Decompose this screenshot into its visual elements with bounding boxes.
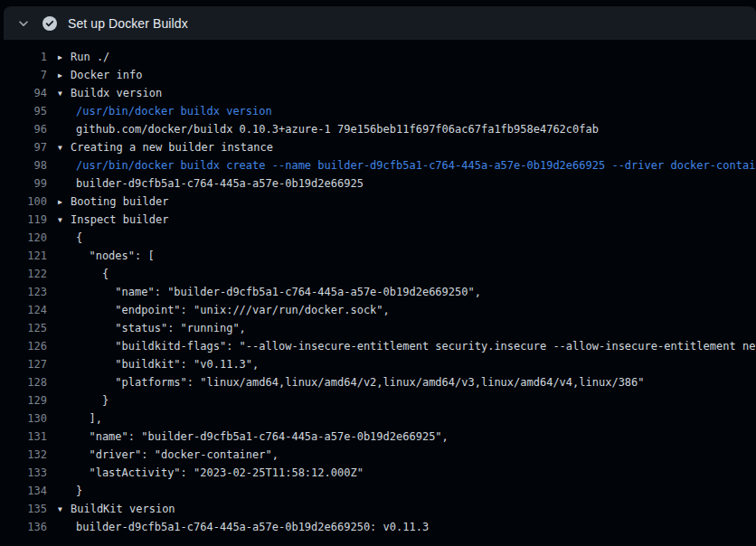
log-line-96: 96github.com/docker/buildx 0.10.3+azure-… xyxy=(0,120,756,138)
log-output-text: "status": "running", xyxy=(47,319,756,337)
log-line-7: 7▶Docker info xyxy=(0,66,756,84)
log-line-126: 126 "buildkitd-flags": "--allow-insecure… xyxy=(0,337,756,355)
line-number[interactable]: 136 xyxy=(0,518,47,536)
log-output-text: } xyxy=(47,391,756,410)
log-line-134: 134} xyxy=(0,482,756,500)
log-output-text: "driver": "docker-container", xyxy=(47,446,756,464)
log-line-97: 97▼Creating a new builder instance xyxy=(0,138,756,156)
triangle-down-icon[interactable]: ▼ xyxy=(58,139,71,156)
log-line-120: 120{ xyxy=(0,229,756,247)
line-number[interactable]: 1 xyxy=(0,48,47,66)
log-output-text: "platforms": "linux/amd64,linux/amd64/v2… xyxy=(47,373,756,391)
log-group-header[interactable]: ▼BuildKit version xyxy=(47,500,756,518)
log-output-text: "name": "builder-d9cfb5a1-c764-445a-a57e… xyxy=(47,283,756,301)
log-output-text: "lastActivity": "2023-02-25T11:58:12.000… xyxy=(47,464,756,482)
line-number[interactable]: 124 xyxy=(0,301,47,319)
log-line-100: 100▶Booting builder xyxy=(0,193,756,211)
log-output-text: "nodes": [ xyxy=(47,247,756,265)
log-line-131: 131 "name": "builder-d9cfb5a1-c764-445a-… xyxy=(0,428,756,446)
group-title: Docker info xyxy=(71,69,142,81)
log-output-text: "endpoint": "unix:///var/run/docker.sock… xyxy=(47,301,756,319)
line-number[interactable]: 128 xyxy=(0,373,47,391)
triangle-down-icon[interactable]: ▼ xyxy=(58,85,71,102)
triangle-right-icon[interactable]: ▶ xyxy=(58,49,71,66)
log-line-94: 94▼Buildx version xyxy=(0,84,756,102)
line-number[interactable]: 129 xyxy=(0,391,47,410)
log-line-125: 125 "status": "running", xyxy=(0,319,756,337)
log-line-99: 99builder-d9cfb5a1-c764-445a-a57e-0b19d2… xyxy=(0,174,756,193)
log-line-129: 129 } xyxy=(0,391,756,410)
log-output-text: ], xyxy=(47,410,756,428)
line-number[interactable]: 127 xyxy=(0,355,47,373)
log-line-95: 95/usr/bin/docker buildx version xyxy=(0,102,756,120)
step-header[interactable]: Set up Docker Buildx xyxy=(4,6,756,40)
log-line-123: 123 "name": "builder-d9cfb5a1-c764-445a-… xyxy=(0,283,756,301)
log-group-header[interactable]: ▼Inspect builder xyxy=(47,211,756,229)
line-number[interactable]: 131 xyxy=(0,428,47,446)
line-number[interactable]: 126 xyxy=(0,337,47,355)
line-number[interactable]: 97 xyxy=(0,138,47,156)
log-line-135: 135▼BuildKit version xyxy=(0,500,756,518)
group-title: Run ./ xyxy=(71,51,109,63)
log-output-text: builder-d9cfb5a1-c764-445a-a57e-0b19d2e6… xyxy=(47,518,756,536)
log-line-98: 98/usr/bin/docker buildx create --name b… xyxy=(0,156,756,174)
group-title: Buildx version xyxy=(71,87,162,99)
line-number[interactable]: 133 xyxy=(0,464,47,482)
line-number[interactable]: 99 xyxy=(0,174,47,193)
triangle-right-icon[interactable]: ▶ xyxy=(58,67,71,84)
log-line-132: 132 "driver": "docker-container", xyxy=(0,446,756,464)
line-number[interactable]: 122 xyxy=(0,265,47,283)
line-number[interactable]: 121 xyxy=(0,247,47,265)
line-number[interactable]: 130 xyxy=(0,410,47,428)
line-number[interactable]: 95 xyxy=(0,102,47,120)
log-output-text: github.com/docker/buildx 0.10.3+azure-1 … xyxy=(47,120,756,138)
log-line-124: 124 "endpoint": "unix:///var/run/docker.… xyxy=(0,301,756,319)
triangle-down-icon[interactable]: ▼ xyxy=(58,501,71,518)
line-number[interactable]: 100 xyxy=(0,193,47,211)
group-title: Creating a new builder instance xyxy=(71,141,273,154)
line-number[interactable]: 135 xyxy=(0,500,47,518)
log-line-136: 136builder-d9cfb5a1-c764-445a-a57e-0b19d… xyxy=(0,518,756,536)
log-line-127: 127 "buildkit": "v0.11.3", xyxy=(0,355,756,373)
log-line-122: 122 { xyxy=(0,265,756,283)
triangle-right-icon[interactable]: ▶ xyxy=(58,193,71,211)
log-group-header[interactable]: ▶Booting builder xyxy=(47,193,756,211)
log-output-text: { xyxy=(47,229,756,247)
line-number[interactable]: 125 xyxy=(0,319,47,337)
log-line-133: 133 "lastActivity": "2023-02-25T11:58:12… xyxy=(0,464,756,482)
triangle-down-icon[interactable]: ▼ xyxy=(58,212,71,229)
page: Set up Docker Buildx 1▶Run ./7▶Docker in… xyxy=(0,6,756,536)
log-line-128: 128 "platforms": "linux/amd64,linux/amd6… xyxy=(0,373,756,391)
line-number[interactable]: 134 xyxy=(0,482,47,500)
line-number[interactable]: 132 xyxy=(0,446,47,464)
log-output-text: "buildkit": "v0.11.3", xyxy=(47,355,756,373)
log-output-text: "buildkitd-flags": "--allow-insecure-ent… xyxy=(47,337,756,355)
group-title: BuildKit version xyxy=(71,503,175,515)
log-group-header[interactable]: ▶Run ./ xyxy=(47,48,756,66)
log-output-text: builder-d9cfb5a1-c764-445a-a57e-0b19d2e6… xyxy=(47,174,756,193)
log-line-119: 119▼Inspect builder xyxy=(0,211,756,229)
group-title: Booting builder xyxy=(71,195,168,208)
log-output-text: } xyxy=(47,482,756,500)
log-command-text: /usr/bin/docker buildx create --name bui… xyxy=(47,156,756,174)
log-line-130: 130 ], xyxy=(0,410,756,428)
line-number[interactable]: 120 xyxy=(0,229,47,247)
log-line-121: 121 "nodes": [ xyxy=(0,247,756,265)
log-output-text: "name": "builder-d9cfb5a1-c764-445a-a57e… xyxy=(47,428,756,446)
log-container: 1▶Run ./7▶Docker info94▼Buildx version95… xyxy=(0,40,756,536)
step-title: Set up Docker Buildx xyxy=(68,16,188,31)
log-group-header[interactable]: ▼Buildx version xyxy=(47,84,756,102)
group-title: Inspect builder xyxy=(71,213,168,226)
line-number[interactable]: 96 xyxy=(0,120,47,138)
line-number[interactable]: 98 xyxy=(0,156,47,174)
log-command-text: /usr/bin/docker buildx version xyxy=(47,102,756,120)
log-group-header[interactable]: ▶Docker info xyxy=(47,66,756,84)
line-number[interactable]: 7 xyxy=(0,66,47,84)
log-line-1: 1▶Run ./ xyxy=(0,48,756,66)
line-number[interactable]: 119 xyxy=(0,211,47,229)
line-number[interactable]: 94 xyxy=(0,84,47,102)
line-number[interactable]: 123 xyxy=(0,283,47,301)
check-circle-icon xyxy=(43,16,57,31)
log-group-header[interactable]: ▼Creating a new builder instance xyxy=(47,138,756,156)
chevron-down-icon[interactable] xyxy=(16,16,31,31)
